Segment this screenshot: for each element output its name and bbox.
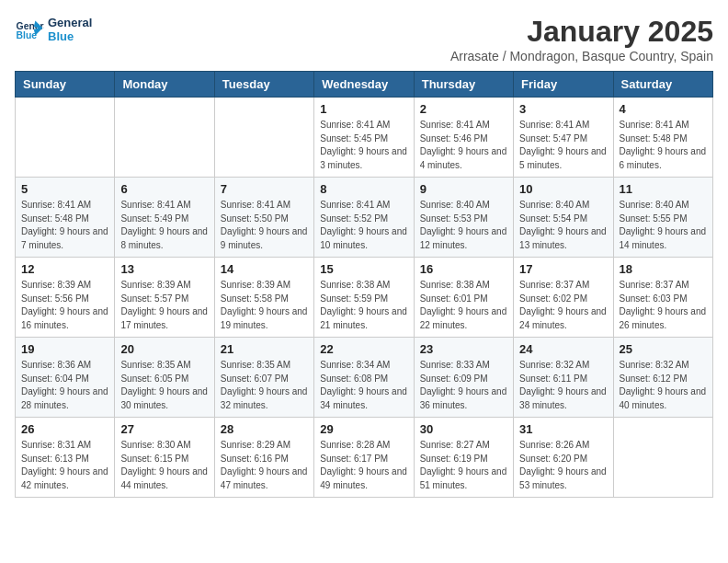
day-number: 21 xyxy=(221,342,308,356)
day-detail: Sunrise: 8:36 AMSunset: 6:04 PMDaylight:… xyxy=(21,359,108,412)
title-section: January 2025 Arrasate / Mondragon, Basqu… xyxy=(450,15,713,63)
day-detail: Sunrise: 8:41 AMSunset: 5:45 PMDaylight:… xyxy=(320,119,407,172)
day-detail: Sunrise: 8:39 AMSunset: 5:58 PMDaylight:… xyxy=(221,279,308,332)
day-detail: Sunrise: 8:41 AMSunset: 5:50 PMDaylight:… xyxy=(221,199,308,252)
day-detail: Sunrise: 8:41 AMSunset: 5:46 PMDaylight:… xyxy=(420,119,507,172)
logo: General Blue General Blue xyxy=(15,15,92,44)
day-number: 1 xyxy=(320,102,407,116)
table-row: 1Sunrise: 8:41 AMSunset: 5:45 PMDaylight… xyxy=(314,98,414,178)
day-number: 5 xyxy=(21,182,108,196)
table-row xyxy=(214,98,313,178)
day-detail: Sunrise: 8:35 AMSunset: 6:05 PMDaylight:… xyxy=(120,359,208,412)
table-row: 3Sunrise: 8:41 AMSunset: 5:47 PMDaylight… xyxy=(514,98,613,178)
day-detail: Sunrise: 8:29 AMSunset: 6:16 PMDaylight:… xyxy=(221,439,308,492)
calendar-week-row: 26Sunrise: 8:31 AMSunset: 6:13 PMDayligh… xyxy=(16,418,713,498)
day-detail: Sunrise: 8:26 AMSunset: 6:20 PMDaylight:… xyxy=(519,439,607,492)
day-detail: Sunrise: 8:40 AMSunset: 5:53 PMDaylight:… xyxy=(420,199,507,252)
day-detail: Sunrise: 8:37 AMSunset: 6:03 PMDaylight:… xyxy=(620,279,707,332)
table-row: 4Sunrise: 8:41 AMSunset: 5:48 PMDaylight… xyxy=(613,98,712,178)
day-number: 4 xyxy=(620,102,707,116)
calendar-table: Sunday Monday Tuesday Wednesday Thursday… xyxy=(15,71,713,498)
table-row: 29Sunrise: 8:28 AMSunset: 6:17 PMDayligh… xyxy=(314,418,414,498)
day-number: 29 xyxy=(320,422,407,436)
day-detail: Sunrise: 8:39 AMSunset: 5:56 PMDaylight:… xyxy=(21,279,108,332)
day-number: 20 xyxy=(120,342,208,356)
table-row: 2Sunrise: 8:41 AMSunset: 5:46 PMDaylight… xyxy=(414,98,513,178)
table-row xyxy=(115,98,214,178)
day-detail: Sunrise: 8:28 AMSunset: 6:17 PMDaylight:… xyxy=(320,439,407,492)
day-number: 2 xyxy=(420,102,507,116)
day-detail: Sunrise: 8:41 AMSunset: 5:48 PMDaylight:… xyxy=(620,119,707,172)
location-subtitle: Arrasate / Mondragon, Basque Country, Sp… xyxy=(450,49,713,63)
day-number: 28 xyxy=(221,422,308,436)
day-number: 31 xyxy=(519,422,607,436)
day-detail: Sunrise: 8:41 AMSunset: 5:47 PMDaylight:… xyxy=(519,119,607,172)
day-number: 22 xyxy=(320,342,407,356)
day-number: 14 xyxy=(221,262,308,276)
day-detail: Sunrise: 8:39 AMSunset: 5:57 PMDaylight:… xyxy=(120,279,208,332)
day-detail: Sunrise: 8:27 AMSunset: 6:19 PMDaylight:… xyxy=(420,439,507,492)
table-row: 17Sunrise: 8:37 AMSunset: 6:02 PMDayligh… xyxy=(514,258,613,338)
table-row: 7Sunrise: 8:41 AMSunset: 5:50 PMDaylight… xyxy=(214,178,313,258)
table-row: 13Sunrise: 8:39 AMSunset: 5:57 PMDayligh… xyxy=(115,258,214,338)
day-detail: Sunrise: 8:40 AMSunset: 5:54 PMDaylight:… xyxy=(519,199,607,252)
calendar-week-row: 19Sunrise: 8:36 AMSunset: 6:04 PMDayligh… xyxy=(16,338,713,418)
day-detail: Sunrise: 8:41 AMSunset: 5:52 PMDaylight:… xyxy=(320,199,407,252)
table-row: 25Sunrise: 8:32 AMSunset: 6:12 PMDayligh… xyxy=(613,338,712,418)
month-year-title: January 2025 xyxy=(450,15,713,49)
day-number: 9 xyxy=(420,182,507,196)
table-row: 12Sunrise: 8:39 AMSunset: 5:56 PMDayligh… xyxy=(16,258,115,338)
table-row: 11Sunrise: 8:40 AMSunset: 5:55 PMDayligh… xyxy=(613,178,712,258)
day-number: 13 xyxy=(120,262,208,276)
day-detail: Sunrise: 8:31 AMSunset: 6:13 PMDaylight:… xyxy=(21,439,108,492)
col-tuesday: Tuesday xyxy=(214,72,313,98)
table-row: 18Sunrise: 8:37 AMSunset: 6:03 PMDayligh… xyxy=(613,258,712,338)
day-number: 23 xyxy=(420,342,507,356)
day-number: 19 xyxy=(21,342,108,356)
day-number: 6 xyxy=(120,182,208,196)
table-row: 9Sunrise: 8:40 AMSunset: 5:53 PMDaylight… xyxy=(414,178,513,258)
day-number: 25 xyxy=(620,342,707,356)
day-number: 7 xyxy=(221,182,308,196)
table-row: 31Sunrise: 8:26 AMSunset: 6:20 PMDayligh… xyxy=(514,418,613,498)
table-row: 16Sunrise: 8:38 AMSunset: 6:01 PMDayligh… xyxy=(414,258,513,338)
day-number: 12 xyxy=(21,262,108,276)
table-row: 19Sunrise: 8:36 AMSunset: 6:04 PMDayligh… xyxy=(16,338,115,418)
header: General Blue General Blue January 2025 A… xyxy=(15,15,713,63)
table-row: 24Sunrise: 8:32 AMSunset: 6:11 PMDayligh… xyxy=(514,338,613,418)
day-number: 17 xyxy=(519,262,607,276)
calendar-week-row: 5Sunrise: 8:41 AMSunset: 5:48 PMDaylight… xyxy=(16,178,713,258)
day-detail: Sunrise: 8:32 AMSunset: 6:12 PMDaylight:… xyxy=(620,359,707,412)
day-number: 3 xyxy=(519,102,607,116)
table-row: 28Sunrise: 8:29 AMSunset: 6:16 PMDayligh… xyxy=(214,418,313,498)
day-number: 10 xyxy=(519,182,607,196)
table-row: 26Sunrise: 8:31 AMSunset: 6:13 PMDayligh… xyxy=(16,418,115,498)
day-detail: Sunrise: 8:35 AMSunset: 6:07 PMDaylight:… xyxy=(221,359,308,412)
table-row xyxy=(16,98,115,178)
day-number: 8 xyxy=(320,182,407,196)
table-row xyxy=(613,418,712,498)
day-detail: Sunrise: 8:32 AMSunset: 6:11 PMDaylight:… xyxy=(519,359,607,412)
day-detail: Sunrise: 8:30 AMSunset: 6:15 PMDaylight:… xyxy=(120,439,208,492)
day-number: 30 xyxy=(420,422,507,436)
svg-text:Blue: Blue xyxy=(17,30,38,40)
day-detail: Sunrise: 8:33 AMSunset: 6:09 PMDaylight:… xyxy=(420,359,507,412)
logo-blue: Blue xyxy=(48,29,92,43)
day-number: 15 xyxy=(320,262,407,276)
table-row: 20Sunrise: 8:35 AMSunset: 6:05 PMDayligh… xyxy=(115,338,214,418)
calendar-header-row: Sunday Monday Tuesday Wednesday Thursday… xyxy=(16,72,713,98)
day-number: 11 xyxy=(620,182,707,196)
table-row: 10Sunrise: 8:40 AMSunset: 5:54 PMDayligh… xyxy=(514,178,613,258)
day-detail: Sunrise: 8:41 AMSunset: 5:49 PMDaylight:… xyxy=(120,199,208,252)
day-number: 26 xyxy=(21,422,108,436)
table-row: 8Sunrise: 8:41 AMSunset: 5:52 PMDaylight… xyxy=(314,178,414,258)
logo-general: General xyxy=(48,16,92,29)
col-friday: Friday xyxy=(514,72,613,98)
day-number: 24 xyxy=(519,342,607,356)
col-thursday: Thursday xyxy=(414,72,513,98)
table-row: 6Sunrise: 8:41 AMSunset: 5:49 PMDaylight… xyxy=(115,178,214,258)
table-row: 22Sunrise: 8:34 AMSunset: 6:08 PMDayligh… xyxy=(314,338,414,418)
day-detail: Sunrise: 8:38 AMSunset: 5:59 PMDaylight:… xyxy=(320,279,407,332)
col-saturday: Saturday xyxy=(613,72,712,98)
day-number: 16 xyxy=(420,262,507,276)
